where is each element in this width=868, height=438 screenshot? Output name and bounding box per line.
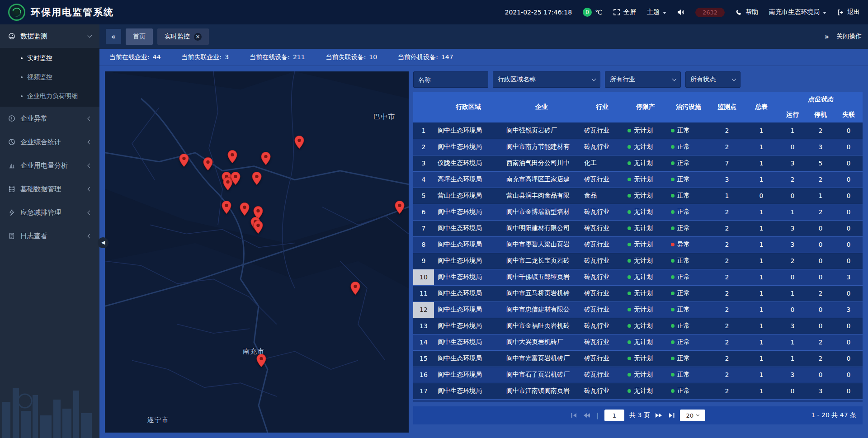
map-pin[interactable] (240, 203, 250, 216)
map-pin[interactable] (253, 221, 263, 234)
org-dropdown[interactable]: 南充市生态环境局 (769, 8, 826, 16)
row-company: 阆中市忠信建材有限公 (503, 301, 580, 318)
bar-chart-icon (8, 162, 15, 169)
name-filter-input[interactable] (413, 71, 488, 88)
notification-count-badge[interactable]: 2632 (695, 8, 725, 17)
last-page-button[interactable] (668, 413, 675, 418)
row-index: 12 (413, 301, 434, 318)
table-row[interactable]: 17 阆中生态环境局 阆中市江南镇阆南页岩 砖瓦行业 无计划 正常 2 1 0 … (413, 383, 863, 399)
row-treatment-status: 正常 (667, 188, 710, 204)
close-operations-button[interactable]: 关闭操作 (836, 33, 862, 41)
row-offline-count: 0 (835, 334, 863, 350)
map-markers-layer: 巴中市南充市遂宁市 (105, 71, 409, 433)
tabs-scroll-left-button[interactable]: « (106, 29, 121, 44)
page-size-select[interactable]: 20 (680, 410, 705, 421)
table-row[interactable]: 5 营山生态环境局 营山县润丰肉食品有限 食品 无计划 正常 1 0 0 1 0 (413, 188, 863, 204)
table-row[interactable]: 1 阆中生态环境局 阆中强锐页岩砖厂 砖瓦行业 无计划 正常 2 1 1 2 0 (413, 122, 863, 139)
row-offline-count: 0 (835, 204, 863, 220)
status-filter-select[interactable]: 所有状态 (685, 71, 741, 88)
row-company: 阆中明阳建材有限公司 (503, 220, 580, 236)
row-monitor-points: 2 (710, 350, 744, 367)
stat-value: 211 (293, 53, 305, 61)
sidebar-group-7[interactable]: 日志查看 (0, 224, 99, 248)
help-button[interactable]: 帮助 (736, 8, 758, 16)
status-dot-icon (627, 275, 631, 279)
sidebar-group-3[interactable]: 企业综合统计 (0, 130, 99, 154)
row-region: 阆中生态环境局 (434, 220, 503, 236)
row-region: 阆中生态环境局 (434, 204, 503, 220)
sidebar-group-2[interactable]: 企业异常 (0, 107, 99, 130)
map-pin[interactable] (350, 282, 360, 295)
row-company: 阆中市南方节能建材有 (503, 139, 580, 155)
close-icon[interactable]: × (194, 33, 202, 41)
stat-item: 当前停机设备:147 (398, 53, 453, 61)
stat-item: 当前失联设备:10 (326, 53, 377, 61)
map-collapse-button[interactable]: ◀ (98, 237, 108, 248)
temperature-unit: ℃ (595, 9, 602, 16)
row-industry: 砖瓦行业 (580, 220, 624, 236)
fullscreen-button[interactable]: 全屏 (613, 8, 636, 16)
sound-button[interactable] (677, 9, 684, 15)
phone-icon (736, 9, 742, 16)
row-region: 阆中生态环境局 (434, 383, 503, 399)
table-row[interactable]: 7 阆中生态环境局 阆中明阳建材有限公司 砖瓦行业 无计划 正常 2 1 3 0… (413, 220, 863, 236)
table-row[interactable]: 9 阆中生态环境局 阆中市二龙长宝页岩砖 砖瓦行业 无计划 正常 2 1 2 0… (413, 253, 863, 269)
sidebar-group-1[interactable]: 数据监测 (0, 24, 99, 48)
table-row[interactable]: 2 阆中生态环境局 阆中市南方节能建材有 砖瓦行业 无计划 正常 2 1 0 3… (413, 139, 863, 155)
map-pin[interactable] (222, 201, 231, 214)
row-region: 仪陇生态环境局 (434, 155, 503, 171)
table-row[interactable]: 15 阆中生态环境局 阆中市光富页岩机砖厂 砖瓦行业 无计划 正常 2 1 1 … (413, 350, 863, 367)
map-pin[interactable] (227, 150, 237, 164)
map-pin[interactable] (256, 354, 266, 367)
page-number-input[interactable] (604, 410, 624, 421)
map-canvas[interactable]: 巴中市南充市遂宁市 (105, 71, 409, 433)
first-page-button[interactable] (571, 413, 578, 418)
row-offline-count: 0 (835, 318, 863, 334)
row-stopped-count: 2 (807, 285, 835, 301)
status-dot-icon (627, 389, 631, 393)
sidebar-item[interactable]: 视频监控 (0, 68, 99, 87)
sidebar-group-6[interactable]: 应急减排管理 (0, 201, 99, 224)
sidebar-group-4[interactable]: 企业用电量分析 (0, 154, 99, 177)
sidebar-menu: 数据监测实时监控视频监控企业电力负荷明细企业异常企业综合统计企业用电量分析基础数… (0, 24, 99, 248)
table-row[interactable]: 18 南部生态环境局 南部县鑫达建材有限公 砖瓦行业 无计划 正常 2 1 0 … (413, 399, 863, 402)
region-filter-select[interactable]: 行政区域名称 (493, 71, 600, 88)
row-production-status: 无计划 (624, 350, 667, 367)
row-stopped-count: 2 (807, 171, 835, 188)
sidebar: 数据监测实时监控视频监控企业电力负荷明细企业异常企业综合统计企业用电量分析基础数… (0, 24, 99, 438)
prev-page-button[interactable] (583, 413, 590, 418)
theme-dropdown[interactable]: 主题 (647, 8, 666, 16)
sidebar-item[interactable]: 实时监控 (0, 49, 99, 68)
table-row[interactable]: 13 阆中生态环境局 阆中市金福旺页岩机砖 砖瓦行业 无计划 正常 2 1 3 … (413, 318, 863, 334)
temperature-badge: 0 (583, 8, 592, 17)
tab-1[interactable]: 首页 (126, 28, 153, 45)
table-row[interactable]: 6 阆中生态环境局 阆中市金博瑞新型墙材 砖瓦行业 无计划 正常 2 1 1 2… (413, 204, 863, 220)
table-row[interactable]: 3 仪陇生态环境局 西南油气田分公司川中 化工 无计划 正常 7 1 3 5 0 (413, 155, 863, 171)
map-pin[interactable] (261, 152, 271, 165)
row-running-count: 2 (778, 253, 807, 269)
chevron-left-icon (88, 163, 92, 168)
map-pin[interactable] (203, 157, 213, 171)
row-production-status: 无计划 (624, 122, 667, 139)
table-row[interactable]: 10 阆中生态环境局 阆中千佛镇五郎垭页岩 砖瓦行业 无计划 正常 2 1 0 … (413, 269, 863, 285)
map-pin[interactable] (231, 172, 241, 185)
logout-button[interactable]: 退出 (837, 8, 860, 16)
table-row[interactable]: 11 阆中生态环境局 阆中市五马桥页岩机砖 砖瓦行业 无计划 正常 2 1 1 … (413, 285, 863, 301)
sidebar-item[interactable]: 企业电力负荷明细 (0, 87, 99, 106)
tab-2[interactable]: 实时监控× (157, 28, 209, 45)
table-row[interactable]: 4 高坪生态环境局 南充市高坪区王家店建 砖瓦行业 无计划 正常 3 1 2 2… (413, 171, 863, 188)
col-header-production: 停限产 (624, 92, 667, 122)
sidebar-group-5[interactable]: 基础数据管理 (0, 177, 99, 201)
map-pin[interactable] (294, 136, 304, 149)
table-row[interactable]: 12 阆中生态环境局 阆中市忠信建材有限公 砖瓦行业 无计划 正常 2 1 0 … (413, 301, 863, 318)
table-row[interactable]: 8 阆中生态环境局 阆中市枣碧大梁山页岩 砖瓦行业 无计划 异常 2 1 3 0… (413, 236, 863, 253)
industry-filter-select[interactable]: 所有行业 (605, 71, 681, 88)
table-row[interactable]: 16 阆中生态环境局 阆中市石子页岩机砖厂 砖瓦行业 无计划 正常 2 1 3 … (413, 367, 863, 383)
map-pin[interactable] (179, 154, 189, 167)
map-pin[interactable] (395, 201, 405, 214)
tabs-scroll-right-icon[interactable]: » (825, 32, 829, 41)
next-page-button[interactable] (655, 413, 663, 418)
table-scroll-area[interactable]: 行政区域 企业 行业 停限产 治污设施 监测点 总表 点位状态 运行 (413, 92, 863, 402)
map-pin[interactable] (252, 172, 262, 185)
table-row[interactable]: 14 阆中生态环境局 阆中大兴页岩机砖厂 砖瓦行业 无计划 正常 2 1 1 2… (413, 334, 863, 350)
